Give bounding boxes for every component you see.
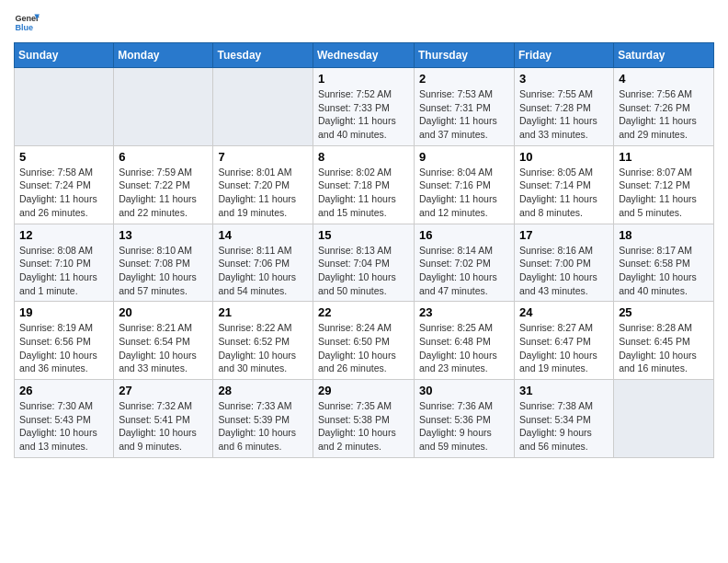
calendar-cell: 23Sunrise: 8:25 AM Sunset: 6:48 PM Dayli… [415,302,515,380]
calendar-cell: 8Sunrise: 8:02 AM Sunset: 7:18 PM Daylig… [313,145,415,224]
day-info: Sunrise: 8:05 AM Sunset: 7:14 PM Dayligh… [519,166,609,220]
page: General Blue SundayMondayTuesdayWednesda… [0,0,728,467]
calendar-cell: 30Sunrise: 7:36 AM Sunset: 5:36 PM Dayli… [415,380,515,458]
day-number: 23 [419,305,509,319]
day-info: Sunrise: 8:10 AM Sunset: 7:08 PM Dayligh… [119,244,208,298]
day-info: Sunrise: 8:01 AM Sunset: 7:20 PM Dayligh… [218,166,308,220]
day-number: 11 [619,150,709,164]
calendar-cell: 12Sunrise: 8:08 AM Sunset: 7:10 PM Dayli… [15,224,114,302]
calendar-cell: 5Sunrise: 7:58 AM Sunset: 7:24 PM Daylig… [15,145,114,224]
day-number: 19 [19,305,108,319]
day-number: 18 [619,228,709,242]
day-number: 22 [318,305,409,319]
day-number: 10 [519,150,609,164]
day-number: 7 [218,150,308,164]
day-number: 6 [119,150,208,164]
calendar-cell: 9Sunrise: 8:04 AM Sunset: 7:16 PM Daylig… [415,145,515,224]
day-number: 28 [218,384,308,397]
calendar-cell: 22Sunrise: 8:24 AM Sunset: 6:50 PM Dayli… [313,302,415,380]
week-row-3: 12Sunrise: 8:08 AM Sunset: 7:10 PM Dayli… [15,224,714,302]
calendar-cell [15,68,114,146]
day-number: 9 [419,150,509,164]
col-header-thursday: Thursday [415,43,515,68]
calendar-cell: 28Sunrise: 7:33 AM Sunset: 5:39 PM Dayli… [213,380,313,458]
day-info: Sunrise: 8:13 AM Sunset: 7:04 PM Dayligh… [318,244,409,298]
logo-icon: General Blue [14,9,40,35]
week-row-5: 26Sunrise: 7:30 AM Sunset: 5:43 PM Dayli… [15,380,714,458]
day-info: Sunrise: 7:35 AM Sunset: 5:38 PM Dayligh… [318,399,409,454]
day-number: 15 [318,228,409,242]
day-info: Sunrise: 8:25 AM Sunset: 6:48 PM Dayligh… [419,321,509,375]
calendar-cell [114,68,213,146]
calendar-cell [213,68,313,146]
calendar-cell: 27Sunrise: 7:32 AM Sunset: 5:41 PM Dayli… [114,380,213,458]
day-number: 1 [318,72,409,86]
day-number: 12 [19,228,108,242]
calendar-table: SundayMondayTuesdayWednesdayThursdayFrid… [14,42,714,458]
calendar-cell: 21Sunrise: 8:22 AM Sunset: 6:52 PM Dayli… [213,302,313,380]
day-info: Sunrise: 8:14 AM Sunset: 7:02 PM Dayligh… [419,244,509,298]
day-number: 3 [519,72,609,86]
day-info: Sunrise: 7:53 AM Sunset: 7:31 PM Dayligh… [419,87,509,142]
day-number: 2 [419,72,509,86]
day-info: Sunrise: 7:38 AM Sunset: 5:34 PM Dayligh… [519,399,609,454]
calendar-cell: 16Sunrise: 8:14 AM Sunset: 7:02 PM Dayli… [415,224,515,302]
col-header-tuesday: Tuesday [213,43,313,68]
calendar-cell: 25Sunrise: 8:28 AM Sunset: 6:45 PM Dayli… [614,302,714,380]
calendar-cell: 1Sunrise: 7:52 AM Sunset: 7:33 PM Daylig… [313,68,415,146]
col-header-saturday: Saturday [614,43,714,68]
week-row-4: 19Sunrise: 8:19 AM Sunset: 6:56 PM Dayli… [15,302,714,380]
logo: General Blue [14,9,40,35]
day-number: 13 [119,228,208,242]
header: General Blue [14,9,714,35]
calendar-cell: 11Sunrise: 8:07 AM Sunset: 7:12 PM Dayli… [614,145,714,224]
day-number: 29 [318,384,409,397]
day-number: 5 [19,150,108,164]
calendar-cell: 7Sunrise: 8:01 AM Sunset: 7:20 PM Daylig… [213,145,313,224]
calendar-cell: 29Sunrise: 7:35 AM Sunset: 5:38 PM Dayli… [313,380,415,458]
day-info: Sunrise: 8:22 AM Sunset: 6:52 PM Dayligh… [218,321,308,375]
day-info: Sunrise: 8:21 AM Sunset: 6:54 PM Dayligh… [119,321,208,375]
day-number: 20 [119,305,208,319]
day-number: 16 [419,228,509,242]
week-row-2: 5Sunrise: 7:58 AM Sunset: 7:24 PM Daylig… [15,145,714,224]
day-info: Sunrise: 7:56 AM Sunset: 7:26 PM Dayligh… [619,87,709,142]
day-number: 25 [619,305,709,319]
calendar-cell [614,380,714,458]
col-header-monday: Monday [114,43,213,68]
calendar-cell: 26Sunrise: 7:30 AM Sunset: 5:43 PM Dayli… [15,380,114,458]
day-info: Sunrise: 8:04 AM Sunset: 7:16 PM Dayligh… [419,166,509,220]
calendar-cell: 10Sunrise: 8:05 AM Sunset: 7:14 PM Dayli… [515,145,614,224]
col-header-wednesday: Wednesday [313,43,415,68]
col-header-sunday: Sunday [15,43,114,68]
calendar-cell: 18Sunrise: 8:17 AM Sunset: 6:58 PM Dayli… [614,224,714,302]
day-info: Sunrise: 8:24 AM Sunset: 6:50 PM Dayligh… [318,321,409,375]
day-number: 4 [619,72,709,86]
day-info: Sunrise: 7:58 AM Sunset: 7:24 PM Dayligh… [19,166,108,220]
day-info: Sunrise: 8:11 AM Sunset: 7:06 PM Dayligh… [218,244,308,298]
day-number: 24 [519,305,609,319]
calendar-cell: 6Sunrise: 7:59 AM Sunset: 7:22 PM Daylig… [114,145,213,224]
calendar-cell: 3Sunrise: 7:55 AM Sunset: 7:28 PM Daylig… [515,68,614,146]
calendar-cell: 17Sunrise: 8:16 AM Sunset: 7:00 PM Dayli… [515,224,614,302]
day-info: Sunrise: 7:36 AM Sunset: 5:36 PM Dayligh… [419,399,509,454]
day-info: Sunrise: 8:17 AM Sunset: 6:58 PM Dayligh… [619,244,709,298]
day-number: 30 [419,384,509,397]
day-info: Sunrise: 7:33 AM Sunset: 5:39 PM Dayligh… [218,399,308,454]
day-number: 27 [119,384,208,397]
day-info: Sunrise: 8:16 AM Sunset: 7:00 PM Dayligh… [519,244,609,298]
day-info: Sunrise: 7:55 AM Sunset: 7:28 PM Dayligh… [519,87,609,142]
calendar-cell: 20Sunrise: 8:21 AM Sunset: 6:54 PM Dayli… [114,302,213,380]
calendar-cell: 24Sunrise: 8:27 AM Sunset: 6:47 PM Dayli… [515,302,614,380]
day-info: Sunrise: 7:52 AM Sunset: 7:33 PM Dayligh… [318,87,409,142]
day-number: 17 [519,228,609,242]
day-info: Sunrise: 8:19 AM Sunset: 6:56 PM Dayligh… [19,321,108,375]
calendar-cell: 2Sunrise: 7:53 AM Sunset: 7:31 PM Daylig… [415,68,515,146]
day-number: 8 [318,150,409,164]
calendar-cell: 4Sunrise: 7:56 AM Sunset: 7:26 PM Daylig… [614,68,714,146]
day-info: Sunrise: 8:02 AM Sunset: 7:18 PM Dayligh… [318,166,409,220]
calendar-cell: 13Sunrise: 8:10 AM Sunset: 7:08 PM Dayli… [114,224,213,302]
header-row: SundayMondayTuesdayWednesdayThursdayFrid… [15,43,714,68]
week-row-1: 1Sunrise: 7:52 AM Sunset: 7:33 PM Daylig… [15,68,714,146]
day-number: 26 [19,384,108,397]
